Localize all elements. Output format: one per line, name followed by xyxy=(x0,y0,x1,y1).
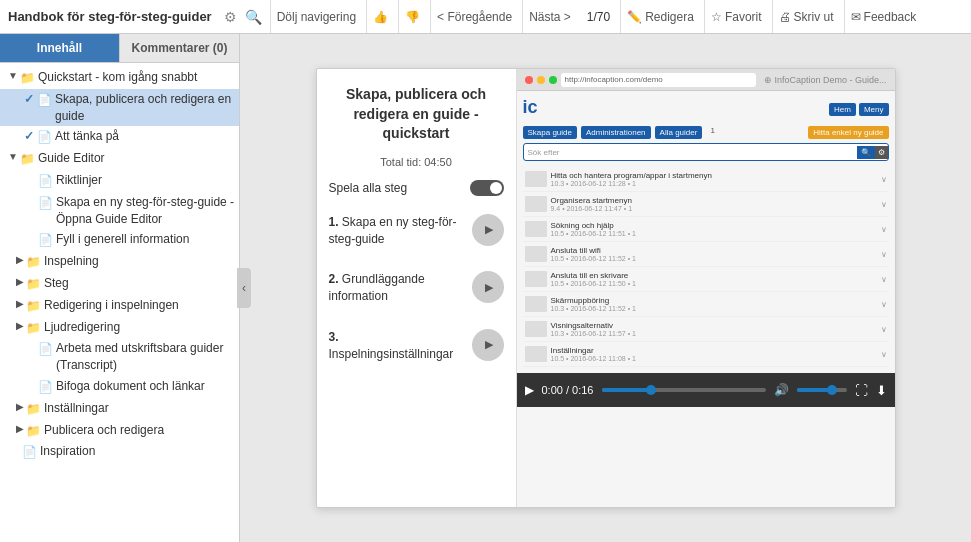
step-play-button-3[interactable] xyxy=(472,329,504,361)
sidebar-item-skapa-guide[interactable]: ✓ 📄 Skapa, publicera och redigera en gui… xyxy=(0,89,239,127)
favorite-button[interactable]: ☆ Favorit xyxy=(704,0,768,33)
mock-item-title: Ansluta till wifi xyxy=(551,246,877,255)
mock-item-meta: 10.3 • 2016-06-12 11:28 • 1 xyxy=(551,180,877,187)
collapse-sidebar-button[interactable]: ‹ xyxy=(237,268,251,308)
expand-arrow[interactable]: ▶ xyxy=(16,253,24,267)
expand-arrow[interactable]: ▶ xyxy=(16,319,24,333)
sidebar-item-label: Skapa, publicera och redigera en guide xyxy=(55,91,235,125)
expand-arrow[interactable]: ▶ xyxy=(16,400,24,414)
video-progress-track[interactable] xyxy=(602,388,766,392)
print-button[interactable]: 🖨 Skriv ut xyxy=(772,0,840,33)
screenshot-mockup: http://infocaption.com/demo ⊕ InfoCaptio… xyxy=(517,69,895,507)
mock-item-meta: 10.5 • 2016-06-12 11:08 • 1 xyxy=(551,355,877,362)
sidebar-item-label: Steg xyxy=(44,275,235,292)
guide-title: Skapa, publicera och redigera en guide -… xyxy=(329,85,504,144)
check-icon: ✓ xyxy=(24,91,34,108)
mock-item-title: Organisera startmenyn xyxy=(551,196,877,205)
mock-list: Hitta och hantera program/appar i startm… xyxy=(523,167,889,367)
mock-item-text: Inställningar 10.5 • 2016-06-12 11:08 • … xyxy=(551,346,877,362)
sidebar-item-steg[interactable]: ▶ 📁 Steg xyxy=(0,273,239,295)
download-icon[interactable]: ⬇ xyxy=(876,383,887,398)
sidebar-item-inspelning[interactable]: ▶ 📁 Inspelning xyxy=(0,251,239,273)
mock-nav-skapa: Skapa guide xyxy=(523,126,577,139)
folder-icon: 📁 xyxy=(26,320,41,337)
mock-app-content: ic Hem Meny Skapa guide Administrati xyxy=(517,91,895,373)
sidebar-item-inspiration[interactable]: 📄 Inspiration xyxy=(0,441,239,463)
sidebar-item-skapa-ny[interactable]: 📄 Skapa en ny steg-för-steg-guide - Öppn… xyxy=(0,192,239,230)
sidebar-item-att-tanka-pa[interactable]: ✓ 📄 Att tänka på xyxy=(0,126,239,148)
mock-list-item: Organisera startmenyn 9.4 • 2016-06-12 1… xyxy=(523,192,889,217)
sidebar-item-label: Bifoga dokument och länkar xyxy=(56,378,235,395)
mock-list-item: Skärmuppböring 10.3 • 2016-06-12 11:52 •… xyxy=(523,292,889,317)
sidebar-item-arbeta-utskriftsbara[interactable]: 📄 Arbeta med utskriftsbara guider (Trans… xyxy=(0,338,239,376)
sidebar-item-installningar[interactable]: ▶ 📁 Inställningar xyxy=(0,398,239,420)
expand-arrow[interactable]: ▶ xyxy=(16,275,24,289)
expand-arrow[interactable]: ▼ xyxy=(8,69,18,83)
edit-button[interactable]: ✏️ Redigera xyxy=(620,0,700,33)
tab-content[interactable]: Innehåll xyxy=(0,34,119,62)
hide-nav-button[interactable]: Dölj navigering xyxy=(270,0,362,33)
mock-item-text: Ansluta till wifi 10.5 • 2016-06-12 11:5… xyxy=(551,246,877,262)
sidebar-item-fyll-info[interactable]: 📄 Fyll i generell information xyxy=(0,229,239,251)
play-all-label: Spela alla steg xyxy=(329,181,408,195)
mock-browser-bar: http://infocaption.com/demo ⊕ InfoCaptio… xyxy=(517,69,895,91)
mock-item-meta: 10.5 • 2016-06-12 11:52 • 1 xyxy=(551,255,877,262)
expand-arrow[interactable]: ▶ xyxy=(16,297,24,311)
mock-chevron-icon: ∨ xyxy=(881,175,887,184)
mock-nav-label: 1 xyxy=(710,126,714,139)
content-area: Skapa, publicera och redigera en guide -… xyxy=(240,34,971,542)
prev-button[interactable]: < Föregående xyxy=(430,0,518,33)
sidebar-item-ljudredigering[interactable]: ▶ 📁 Ljudredigering xyxy=(0,317,239,339)
search-button[interactable]: 🔍 xyxy=(241,7,266,27)
step-item-2: 2. Grundläggande information xyxy=(329,265,504,311)
sidebar-item-bifoga[interactable]: 📄 Bifoga dokument och länkar xyxy=(0,376,239,398)
video-play-button[interactable]: ▶ xyxy=(525,383,534,397)
sidebar-item-quickstart[interactable]: ▼ 📁 Quickstart - kom igång snabbt xyxy=(0,67,239,89)
mock-thumbnail xyxy=(525,246,547,262)
sidebar-tabs: Innehåll Kommentarer (0) xyxy=(0,34,239,63)
thumbs-up-button[interactable]: 👍 xyxy=(366,0,394,33)
fullscreen-icon[interactable]: ⛶ xyxy=(855,383,868,398)
volume-icon[interactable]: 🔊 xyxy=(774,383,789,397)
next-button[interactable]: Nästa > xyxy=(522,0,577,33)
video-progress-dot xyxy=(646,385,656,395)
mock-thumbnail xyxy=(525,221,547,237)
sidebar-item-redigering[interactable]: ▶ 📁 Redigering i inspelningen xyxy=(0,295,239,317)
folder-icon: 📁 xyxy=(26,401,41,418)
settings-icon: ⚙ xyxy=(224,9,237,25)
step-play-button-2[interactable] xyxy=(472,271,504,303)
mock-logo: ic xyxy=(523,97,538,118)
mock-item-meta: 10.3 • 2016-06-12 11:52 • 1 xyxy=(551,305,877,312)
sidebar-item-publicera[interactable]: ▶ 📁 Publicera och redigera xyxy=(0,420,239,442)
mock-item-title: Visningsalternativ xyxy=(551,321,877,330)
mock-chevron-icon: ∨ xyxy=(881,350,887,359)
folder-icon: 📁 xyxy=(20,151,35,168)
sidebar-item-label: Riktlinjer xyxy=(56,172,235,189)
mock-new-guide-btn: Hitta enkel ny guide xyxy=(808,126,888,139)
guide-total-time: Total tid: 04:50 xyxy=(329,156,504,168)
step-label-2: 2. Grundläggande information xyxy=(329,271,464,305)
play-all-toggle[interactable] xyxy=(470,180,504,196)
step-play-button-1[interactable] xyxy=(472,214,504,246)
expand-arrow[interactable]: ▼ xyxy=(8,150,18,164)
volume-track[interactable] xyxy=(797,388,847,392)
feedback-button[interactable]: ✉ Feedback xyxy=(844,0,923,33)
mock-chevron-icon: ∨ xyxy=(881,225,887,234)
tab-comments[interactable]: Kommentarer (0) xyxy=(119,34,239,62)
mock-item-title: Inställningar xyxy=(551,346,877,355)
expand-arrow[interactable]: ▶ xyxy=(16,422,24,436)
mock-list-item: Ansluta till en skrivare 10.5 • 2016-06-… xyxy=(523,267,889,292)
mock-thumbnail xyxy=(525,171,547,187)
step-label-1: 1. Skapa en ny steg-för-steg-guide xyxy=(329,214,464,248)
mock-thumbnail xyxy=(525,321,547,337)
sidebar-item-label: Fyll i generell information xyxy=(56,231,235,248)
sidebar-item-riktlinjer[interactable]: 📄 Riktlinjer xyxy=(0,170,239,192)
mock-close-dot xyxy=(525,76,533,84)
step-label-3: 3. Inspelningsinställningar xyxy=(329,329,464,363)
mock-thumbnail xyxy=(525,346,547,362)
thumbs-down-button[interactable]: 👎 xyxy=(398,0,426,33)
mock-meny-btn: Meny xyxy=(859,103,889,116)
mock-search-input: Sök efter xyxy=(524,148,857,157)
sidebar-item-guide-editor[interactable]: ▼ 📁 Guide Editor xyxy=(0,148,239,170)
folder-icon: 📁 xyxy=(26,298,41,315)
